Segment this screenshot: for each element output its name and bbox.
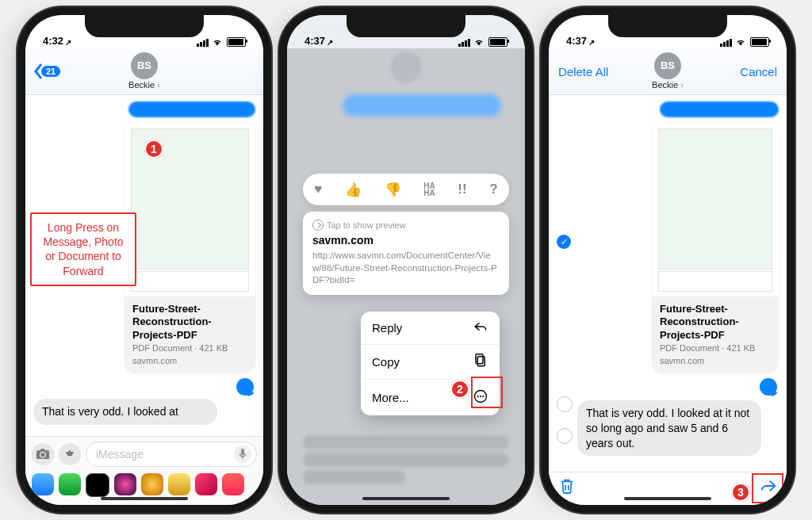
message-input[interactable]: iMessage [86,442,257,467]
signal-icon [197,39,209,47]
camera-icon[interactable] [32,443,54,465]
wifi-icon [212,37,223,47]
contact-chip[interactable]: BS Beckie [128,52,160,90]
bubble-tail [236,378,254,396]
step-badge-2: 2 [450,380,469,399]
status-time: 4:37 [566,35,587,47]
link-url: http://www.savmn.com/DocumentCenter/View… [312,250,500,287]
step-badge-1: 1 [144,140,163,159]
document-title: Future-Street-Reconstruction-Projects-PD… [132,303,247,342]
step-badge-3: 3 [731,483,750,502]
delete-all-button[interactable]: Delete All [558,65,608,78]
instruction-callout: Long Press on Message, Photo or Document… [30,212,136,286]
link-preview-card[interactable]: Tap to show preview savmn.com http://www… [303,212,509,295]
phone-1: 4:32 ↗ 21 BS Beckie [25,15,263,505]
notch [347,15,465,37]
tapback-bar[interactable]: ♥ 👍 👎 HAHA !! ? [303,174,509,205]
sent-document-card[interactable]: Future-Street-Reconstruction-Projects-PD… [124,122,255,373]
reply-icon [473,320,488,335]
document-title: Future-Street-Reconstruction-Projects-PD… [660,303,771,342]
menu-copy[interactable]: Copy [361,345,500,380]
document-thumbnail [652,122,779,296]
menu-reply[interactable]: Reply [361,312,500,345]
link-host: savmn.com [312,234,500,247]
received-bubble[interactable]: That is very odd. I looked at [33,399,217,425]
back-button[interactable]: 21 [32,63,60,79]
tapback-question-icon[interactable]: ? [489,182,497,197]
dictate-icon[interactable] [234,445,251,463]
sent-document-card[interactable]: Future-Street-Reconstruction-Projects-PD… [652,122,779,373]
tapback-like-icon[interactable]: 👍 [345,182,362,198]
status-time: 4:37 [304,35,325,47]
sent-bubble-blurred [660,101,779,117]
selection-ring[interactable] [557,396,573,412]
selection-ring[interactable] [557,428,573,444]
tapback-haha-icon[interactable]: HAHA [423,182,435,197]
signal-icon [720,39,732,47]
notch [85,15,204,37]
notch [608,15,727,37]
conversation-header: 21 BS Beckie [25,48,263,95]
phone-2: 4:37 ↗ ♥ 👍 👎 HAHA !! [287,15,525,505]
document-subtitle: PDF Document · 421 KB [660,343,771,353]
svg-rect-0 [477,357,485,366]
bubble-tail [760,378,777,396]
avatar: BS [654,52,681,79]
unread-badge: 21 [41,66,60,77]
home-indicator[interactable] [362,497,450,500]
trash-icon[interactable] [558,477,576,499]
highlight-box-forward [752,473,783,503]
edit-mode-header: Delete All BS Beckie Cancel [549,48,787,95]
battery-icon [488,37,508,47]
highlight-box-more [471,377,503,408]
tapback-heart-icon[interactable]: ♥ [314,182,322,197]
document-source: savmn.com [132,356,247,365]
status-time: 4:32 [43,35,63,47]
messages-pane-edit[interactable]: ✓ Future-Street-Reconstruction-Projects-… [549,95,787,472]
messages-pane[interactable]: Future-Street-Reconstruction-Projects-PD… [25,95,263,436]
compose-bar: iMessage [25,436,263,470]
avatar: BS [131,52,158,79]
tapback-exclaim-icon[interactable]: !! [458,182,466,197]
contact-chip[interactable]: BS Beckie [652,52,684,90]
contact-name: Beckie [652,80,684,90]
selection-checkmark[interactable]: ✓ [557,235,571,249]
wifi-icon [473,37,485,47]
contact-name: Beckie [128,80,160,90]
tapback-dislike-icon[interactable]: 👎 [385,182,401,198]
preview-hint: Tap to show preview [312,220,500,231]
svg-rect-1 [476,354,483,364]
phone-3: 4:37 ↗ Delete All BS Beckie Cancel ✓ [549,15,787,505]
app-store-icon[interactable] [59,443,81,465]
wifi-icon [735,37,746,47]
document-subtitle: PDF Document · 421 KB [132,343,247,353]
signal-icon [458,39,470,47]
home-indicator[interactable] [624,497,711,500]
cancel-button[interactable]: Cancel [740,65,777,78]
message-placeholder: iMessage [96,448,144,461]
battery-icon [750,37,769,47]
copy-icon [473,354,488,370]
document-source: savmn.com [660,356,771,365]
received-bubble[interactable]: That is very odd. I looked at it not so … [577,400,761,457]
home-indicator[interactable] [101,497,188,500]
battery-icon [227,37,246,47]
sent-bubble-blurred [128,101,255,117]
